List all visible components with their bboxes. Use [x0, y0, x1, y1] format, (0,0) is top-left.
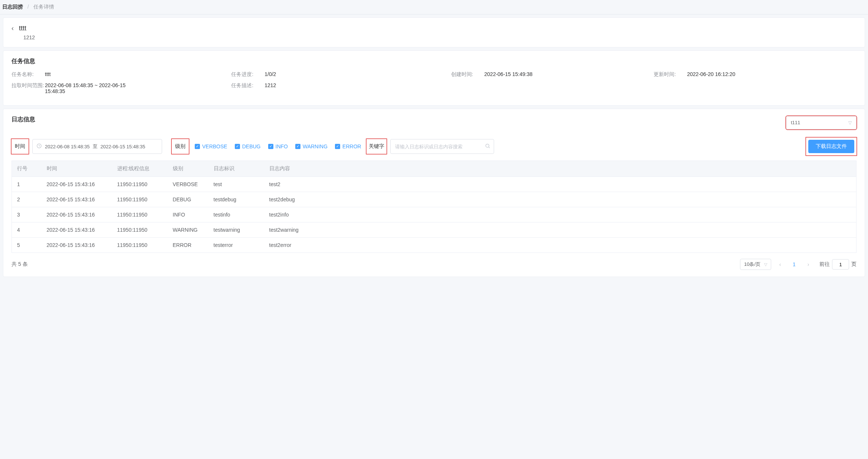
cell-content: test2	[264, 177, 857, 192]
cell-idx: 5	[12, 238, 42, 253]
col-header-tag: 日志标识	[208, 161, 264, 177]
level-info-checkbox[interactable]: ✓INFO	[268, 143, 288, 149]
cell-level: ERROR	[168, 238, 208, 253]
cell-time: 2022-06-15 15:43:16	[42, 192, 112, 207]
header-card: ‹ tttt 1212	[3, 17, 865, 47]
cell-tag: testwarning	[208, 222, 264, 238]
cell-idx: 1	[12, 177, 42, 192]
cell-proc: 11950:11950	[112, 192, 168, 207]
level-warning-checkbox[interactable]: ✓WARNING	[295, 143, 328, 149]
table-row: 32022-06-15 15:43:1611950:11950INFOtesti…	[12, 207, 857, 222]
cell-level: WARNING	[168, 222, 208, 238]
cell-level: INFO	[168, 207, 208, 222]
clock-icon	[36, 143, 42, 150]
device-select-value: t111	[791, 120, 800, 125]
level-error-label: ERROR	[342, 143, 361, 149]
cell-level: DEBUG	[168, 192, 208, 207]
task-created-value: 2022-06-15 15:49:38	[484, 71, 533, 78]
task-desc-value: 1212	[264, 82, 276, 94]
chevron-down-icon: ▽	[764, 262, 767, 267]
level-checkbox-group: ✓VERBOSE ✓DEBUG ✓INFO ✓WARNING ✓ERROR	[193, 143, 361, 149]
goto-label-suffix: 页	[851, 261, 857, 268]
log-info-title: 日志信息	[11, 116, 35, 123]
cell-proc: 11950:11950	[112, 207, 168, 222]
table-row: 22022-06-15 15:43:1611950:11950DEBUGtest…	[12, 192, 857, 207]
page-size-value: 10条/页	[744, 261, 760, 268]
download-log-button[interactable]: 下载日志文件	[808, 140, 854, 153]
cell-tag: testinfo	[208, 207, 264, 222]
col-header-index: 行号	[12, 161, 42, 177]
chevron-down-icon: ▽	[848, 120, 852, 125]
search-icon	[485, 143, 490, 150]
breadcrumb-separator: /	[27, 4, 29, 10]
cell-time: 2022-06-15 15:43:16	[42, 222, 112, 238]
log-info-card: 日志信息 t111 ▽ 时间 2022-06-08 15:48:35 至 202…	[3, 109, 865, 277]
pagination-total: 共 5 条	[11, 261, 28, 268]
cell-idx: 3	[12, 207, 42, 222]
cell-proc: 11950:11950	[112, 177, 168, 192]
col-header-time: 时间	[42, 161, 112, 177]
time-range-separator: 至	[93, 143, 98, 150]
cell-content: test2error	[264, 238, 857, 253]
device-select[interactable]: t111 ▽	[786, 116, 857, 129]
level-verbose-checkbox[interactable]: ✓VERBOSE	[195, 143, 227, 149]
cell-content: test2warning	[264, 222, 857, 238]
cell-idx: 4	[12, 222, 42, 238]
page-prev-button[interactable]: ‹	[775, 259, 785, 270]
level-warning-label: WARNING	[303, 143, 328, 149]
cell-proc: 11950:11950	[112, 222, 168, 238]
breadcrumb: 日志回捞 / 任务详情	[0, 0, 868, 14]
back-icon[interactable]: ‹	[11, 24, 14, 32]
page-subtitle: 1212	[23, 34, 857, 40]
cell-idx: 2	[12, 192, 42, 207]
page-size-select[interactable]: 10条/页 ▽	[740, 259, 771, 270]
time-range-end: 2022-06-15 15:48:35	[101, 144, 145, 149]
log-table: 行号 时间 进程:线程信息 级别 日志标识 日志内容 12022-06-15 1…	[11, 161, 857, 253]
task-updated-label: 更新时间:	[654, 71, 687, 78]
table-row: 12022-06-15 15:43:1611950:11950VERBOSEte…	[12, 177, 857, 192]
keyword-search-input[interactable]	[390, 139, 494, 154]
task-range-value: 2022-06-08 15:48:35 ~ 2022-06-15 15:48:3…	[45, 82, 126, 94]
page-title: tttt	[19, 24, 26, 32]
level-debug-label: DEBUG	[242, 143, 261, 149]
cell-tag: testerror	[208, 238, 264, 253]
page-next-button[interactable]: ›	[803, 259, 813, 270]
goto-page-input[interactable]	[832, 259, 849, 270]
task-info-title: 任务信息	[11, 57, 857, 65]
task-name-label: 任务名称:	[11, 71, 45, 78]
level-debug-checkbox[interactable]: ✓DEBUG	[235, 143, 261, 149]
time-range-start: 2022-06-08 15:48:35	[45, 144, 90, 149]
time-range-picker[interactable]: 2022-06-08 15:48:35 至 2022-06-15 15:48:3…	[32, 139, 162, 154]
svg-point-1	[486, 144, 489, 148]
cell-tag: test	[208, 177, 264, 192]
keyword-label: 关键字	[366, 139, 387, 154]
breadcrumb-root[interactable]: 日志回捞	[2, 4, 23, 10]
task-created-label: 创建时间:	[451, 71, 484, 78]
cell-tag: testdebug	[208, 192, 264, 207]
cell-level: VERBOSE	[168, 177, 208, 192]
level-label: 级别	[172, 139, 189, 154]
time-label: 时间	[11, 139, 29, 154]
level-info-label: INFO	[276, 143, 288, 149]
col-header-process: 进程:线程信息	[112, 161, 168, 177]
task-updated-value: 2022-06-20 16:12:20	[687, 71, 735, 78]
task-info-card: 任务信息 任务名称: tttt 任务进度: 1/0/2 创建时间: 2022-0…	[3, 50, 865, 106]
col-header-level: 级别	[168, 161, 208, 177]
table-row: 42022-06-15 15:43:1611950:11950WARNINGte…	[12, 222, 857, 238]
level-verbose-label: VERBOSE	[202, 143, 227, 149]
level-error-checkbox[interactable]: ✓ERROR	[335, 143, 361, 149]
cell-content: test2info	[264, 207, 857, 222]
task-name-value: tttt	[45, 71, 51, 78]
page-number-current[interactable]: 1	[789, 259, 799, 270]
breadcrumb-current: 任务详情	[33, 4, 54, 10]
goto-label-prefix: 前往	[819, 261, 830, 268]
cell-content: test2debug	[264, 192, 857, 207]
col-header-content: 日志内容	[264, 161, 857, 177]
task-range-label: 拉取时间范围:	[11, 82, 45, 94]
cell-proc: 11950:11950	[112, 238, 168, 253]
task-progress-value: 1/0/2	[264, 71, 276, 78]
cell-time: 2022-06-15 15:43:16	[42, 177, 112, 192]
cell-time: 2022-06-15 15:43:16	[42, 207, 112, 222]
cell-time: 2022-06-15 15:43:16	[42, 238, 112, 253]
task-progress-label: 任务进度:	[231, 71, 264, 78]
